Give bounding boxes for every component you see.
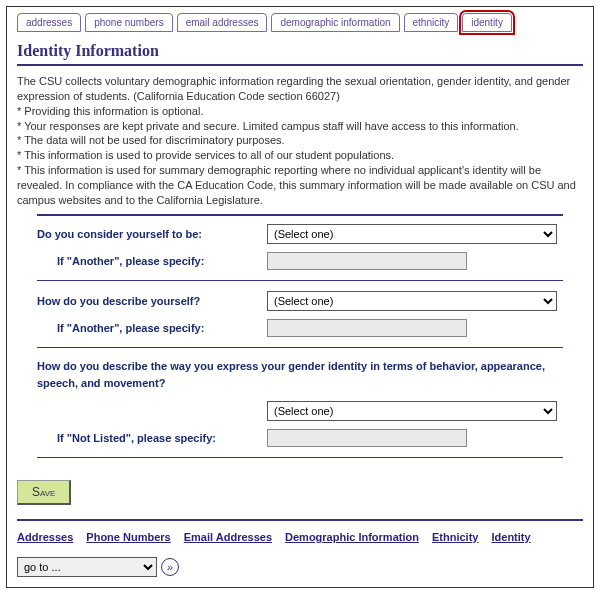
divider	[37, 214, 563, 216]
tab-addresses[interactable]: addresses	[17, 13, 81, 32]
question-2-row: How do you describe yourself? (Select on…	[37, 291, 563, 311]
goto-row: go to ... »	[17, 557, 583, 577]
link-phone-numbers[interactable]: Phone Numbers	[86, 531, 170, 543]
question-1-row: Do you consider yourself to be: (Select …	[37, 224, 563, 244]
tab-ethnicity[interactable]: ethnicity	[404, 13, 459, 32]
save-button[interactable]: Save	[17, 480, 71, 505]
intro-line: * This information is used to provide se…	[17, 148, 583, 163]
link-identity[interactable]: Identity	[491, 531, 530, 543]
intro-line: * This information is used for summary d…	[17, 163, 583, 208]
divider	[37, 280, 563, 281]
tab-demographic-information[interactable]: demographic information	[271, 13, 399, 32]
page-container: addresses phone numbers email addresses …	[6, 6, 594, 588]
tab-email-addresses[interactable]: email addresses	[177, 13, 268, 32]
intro-line: * Your responses are kept private and se…	[17, 119, 583, 134]
question-3-specify-input[interactable]	[267, 429, 467, 447]
question-2-specify-input[interactable]	[267, 319, 467, 337]
question-1-specify-row: If "Another", please specify:	[37, 252, 563, 270]
divider	[37, 457, 563, 458]
divider	[37, 347, 563, 348]
question-2-select[interactable]: (Select one)	[267, 291, 557, 311]
question-1-specify-input[interactable]	[267, 252, 467, 270]
question-2-label: How do you describe yourself?	[37, 295, 257, 307]
form-block: Do you consider yourself to be: (Select …	[37, 214, 563, 458]
question-3-specify-label: If "Not Listed", please specify:	[37, 432, 257, 444]
question-3-select[interactable]: (Select one)	[267, 401, 557, 421]
chevron-double-right-icon: »	[167, 561, 173, 573]
title-rule	[17, 64, 583, 66]
intro-line: * Providing this information is optional…	[17, 104, 583, 119]
link-demographic-information[interactable]: Demographic Information	[285, 531, 419, 543]
page-title: Identity Information	[17, 42, 583, 60]
bottom-nav-links: Addresses Phone Numbers Email Addresses …	[17, 531, 583, 543]
intro-line: * The data will not be used for discrimi…	[17, 133, 583, 148]
bottom-rule	[17, 519, 583, 521]
goto-button[interactable]: »	[161, 558, 179, 576]
link-email-addresses[interactable]: Email Addresses	[184, 531, 272, 543]
link-ethnicity[interactable]: Ethnicity	[432, 531, 478, 543]
tab-phone-numbers[interactable]: phone numbers	[85, 13, 173, 32]
intro-text: The CSU collects voluntary demographic i…	[17, 74, 583, 208]
question-3-label: How do you describe the way you express …	[37, 358, 563, 393]
question-2-specify-row: If "Another", please specify:	[37, 319, 563, 337]
goto-select[interactable]: go to ...	[17, 557, 157, 577]
intro-line: The CSU collects voluntary demographic i…	[17, 74, 583, 104]
question-1-select[interactable]: (Select one)	[267, 224, 557, 244]
tab-identity[interactable]: identity	[462, 13, 512, 32]
question-2-specify-label: If "Another", please specify:	[37, 322, 257, 334]
question-3-specify-row: If "Not Listed", please specify:	[37, 429, 563, 447]
question-1-specify-label: If "Another", please specify:	[37, 255, 257, 267]
question-1-label: Do you consider yourself to be:	[37, 228, 257, 240]
question-3-row: (Select one)	[37, 401, 563, 421]
link-addresses[interactable]: Addresses	[17, 531, 73, 543]
tab-bar: addresses phone numbers email addresses …	[17, 13, 583, 32]
